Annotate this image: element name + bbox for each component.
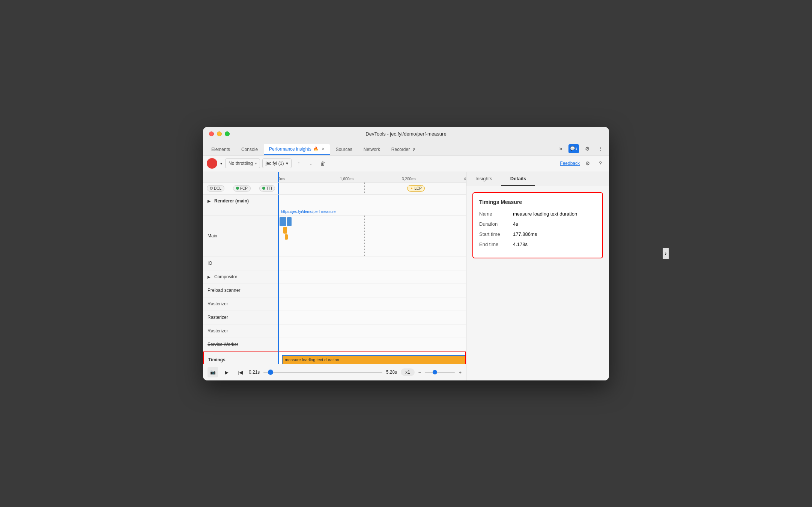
track-label-service-worker: Service Worker bbox=[203, 338, 278, 351]
compositor-expand[interactable]: ▶ bbox=[208, 275, 211, 279]
toolbar-right-icons: ⚙ ? bbox=[583, 158, 605, 168]
tab-close-icon[interactable]: ✕ bbox=[322, 147, 325, 151]
title-bar: DevTools - jec.fyi/demo/perf-measure bbox=[203, 127, 609, 141]
url-selector[interactable]: jec.fyi (1) ▾ bbox=[262, 158, 292, 168]
track-row-renderer: ▶ Renderer (main) bbox=[203, 195, 466, 208]
throttling-label: No throttling bbox=[229, 161, 253, 166]
raster-1-label: Rasterizer bbox=[208, 301, 228, 306]
zoom-out-button[interactable]: − bbox=[418, 370, 421, 375]
record-button[interactable] bbox=[207, 158, 217, 169]
lcp-marker: ▲ LCP bbox=[407, 185, 425, 192]
tab-details[interactable]: Details bbox=[501, 172, 535, 186]
download-icon: ↓ bbox=[310, 160, 312, 166]
flame-bar-2[interactable] bbox=[283, 227, 287, 234]
time-start-label: 0.21s bbox=[249, 370, 260, 375]
close-button[interactable] bbox=[209, 131, 214, 136]
toolbar-actions: ↑ ↓ 🗑 bbox=[294, 158, 328, 168]
tab-console[interactable]: Console bbox=[236, 144, 263, 155]
gear-icon: ⚙ bbox=[585, 146, 590, 152]
track-row-raster-3: Rasterizer bbox=[203, 324, 466, 338]
upload-button[interactable]: ↑ bbox=[294, 158, 304, 168]
details-key-start-time: Start time bbox=[479, 231, 513, 237]
timeline-ruler: 0ms 1,600ms 3,200ms 4,800ms bbox=[203, 172, 466, 183]
ruler-mark-4800: 4,800ms bbox=[464, 177, 466, 181]
help-button[interactable]: ? bbox=[595, 158, 605, 168]
right-panel-tabs: Insights Details bbox=[466, 172, 609, 186]
menu-tab-button[interactable]: ⋮ bbox=[595, 144, 606, 153]
ruler-mark-1600: 1,600ms bbox=[340, 177, 354, 181]
skip-icon: |◀ bbox=[238, 370, 242, 375]
flame-bar-3[interactable] bbox=[285, 234, 288, 240]
more-tabs-button[interactable]: » bbox=[556, 144, 565, 154]
tracks-area[interactable]: ▶ Renderer (main) https://jec.fyi/demo/p… bbox=[203, 195, 466, 364]
lcp-label: LCP bbox=[415, 186, 422, 190]
dcl-dot bbox=[210, 187, 213, 190]
ruler-mark-0: 0ms bbox=[278, 177, 285, 181]
ruler-mark-3200: 3,200ms bbox=[402, 177, 416, 181]
maximize-button[interactable] bbox=[225, 131, 230, 136]
details-key-name: Name bbox=[479, 211, 513, 217]
playhead-slider[interactable] bbox=[263, 372, 382, 373]
expand-icon[interactable]: ▶ bbox=[208, 199, 211, 203]
zoom-slider[interactable] bbox=[425, 372, 455, 373]
track-cursor bbox=[278, 195, 279, 364]
chat-button[interactable]: 💬 1 bbox=[568, 144, 579, 153]
tab-insights[interactable]: Insights bbox=[466, 172, 501, 186]
track-content-url: https://jec.fyi/demo/perf-measure bbox=[278, 208, 466, 215]
settings-toolbar-button[interactable]: ⚙ bbox=[583, 158, 592, 168]
flame-bar-1[interactable] bbox=[280, 217, 286, 226]
throttling-dropdown[interactable]: No throttling ▾ bbox=[225, 158, 260, 168]
screenshot-toggle-button[interactable]: 📷 bbox=[208, 367, 218, 377]
timings-row[interactable]: Timings measure loading text duration bbox=[203, 352, 466, 364]
service-worker-label: Service Worker bbox=[208, 342, 238, 347]
dcl-marker: DCL bbox=[207, 185, 224, 192]
settings-tab-button[interactable]: ⚙ bbox=[582, 144, 592, 153]
record-dropdown-arrow[interactable]: ▾ bbox=[220, 161, 223, 166]
tab-bar: Elements Console Performance insights 🔥 … bbox=[203, 141, 609, 155]
track-content-raster-1 bbox=[278, 297, 466, 311]
zoom-in-button[interactable]: + bbox=[459, 370, 462, 375]
upload-icon: ↑ bbox=[298, 160, 300, 166]
tti-dot bbox=[262, 187, 265, 190]
markers-row: DCL FCP TTI ▲ LCP bbox=[203, 183, 466, 195]
flame-bar-4[interactable] bbox=[287, 217, 292, 226]
screenshot-icon: 📷 bbox=[210, 370, 216, 375]
tab-recorder[interactable]: Recorder 🎙 bbox=[386, 144, 421, 155]
track-label-raster-2: Rasterizer bbox=[203, 311, 278, 324]
main-label: Main bbox=[208, 233, 217, 238]
tab-performance-insights[interactable]: Performance insights 🔥 ✕ bbox=[264, 144, 330, 155]
details-card: Timings Measure Name measure loading tex… bbox=[472, 192, 603, 258]
feedback-link[interactable]: Feedback bbox=[560, 161, 580, 166]
download-button[interactable]: ↓ bbox=[306, 158, 316, 168]
track-row-io: IO bbox=[203, 257, 466, 270]
delete-icon: 🗑 bbox=[320, 160, 325, 166]
timeline-section: 0ms 1,600ms 3,200ms 4,800ms DCL FCP bbox=[203, 172, 466, 380]
details-row-duration: Duration 4s bbox=[479, 221, 596, 227]
tab-elements[interactable]: Elements bbox=[206, 144, 235, 155]
track-row-compositor: ▶ Compositor bbox=[203, 270, 466, 284]
chat-icon: 💬 bbox=[570, 146, 575, 151]
recorder-icon: 🎙 bbox=[412, 147, 416, 152]
track-label-url bbox=[203, 208, 278, 215]
play-button[interactable]: ▶ bbox=[222, 367, 232, 377]
timings-content[interactable]: measure loading text duration bbox=[279, 352, 465, 364]
details-value-start-time: 177.886ms bbox=[513, 231, 596, 237]
skip-back-button[interactable]: |◀ bbox=[235, 367, 245, 377]
toolbar: ▾ No throttling ▾ jec.fyi (1) ▾ ↑ ↓ 🗑 bbox=[203, 155, 609, 172]
track-row-main: Main bbox=[203, 216, 466, 257]
tab-right-icons: » 💬 1 ⚙ ⋮ bbox=[556, 144, 606, 155]
lcp-warning-icon: ▲ bbox=[410, 186, 414, 190]
minimize-button[interactable] bbox=[217, 131, 222, 136]
preload-label: Preload scanner bbox=[208, 288, 240, 293]
delete-button[interactable]: 🗑 bbox=[318, 158, 328, 168]
tab-network[interactable]: Network bbox=[358, 144, 385, 155]
tti-label: TTI bbox=[266, 186, 272, 190]
track-label-io: IO bbox=[203, 257, 278, 270]
track-label-preload: Preload scanner bbox=[203, 284, 278, 297]
tab-sources[interactable]: Sources bbox=[331, 144, 358, 155]
track-content-compositor bbox=[278, 270, 466, 284]
right-panel: Insights Details Timings Measure Name me… bbox=[466, 172, 609, 380]
speed-indicator: x1 bbox=[401, 368, 415, 376]
timing-bar[interactable]: measure loading text duration bbox=[282, 355, 465, 364]
main-dashed bbox=[364, 216, 365, 257]
